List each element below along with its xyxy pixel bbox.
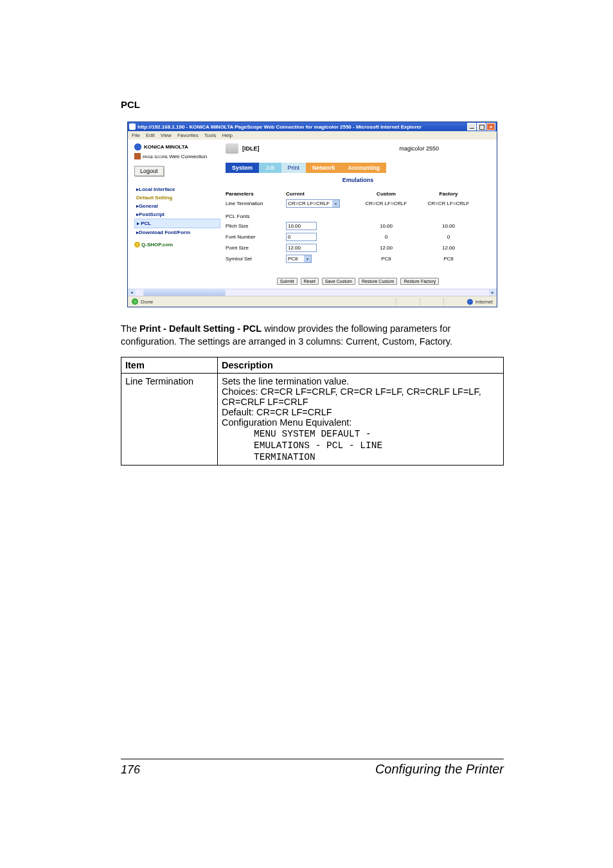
scroll-thumb[interactable] xyxy=(143,289,226,296)
row-font-number: Font Number 0 0 xyxy=(226,232,490,242)
internet-icon xyxy=(467,299,473,305)
label-font-num: Font Number xyxy=(226,234,286,240)
th-item: Item xyxy=(121,357,218,374)
nav-general[interactable]: ▸General xyxy=(134,202,220,210)
globe-icon xyxy=(134,143,141,150)
menu-file[interactable]: File xyxy=(132,132,140,138)
nav-default-setting[interactable]: Default Setting xyxy=(134,194,220,202)
label-symset: Symbol Set xyxy=(226,256,286,262)
col-custom: Custom xyxy=(353,191,420,197)
row-pitch-size: Pitch Size 10.00 10.00 xyxy=(226,221,490,231)
point-factory: 12.00 xyxy=(420,245,477,251)
menu-help[interactable]: Help xyxy=(222,132,232,138)
description-table: Item Description Line Termination Sets t… xyxy=(121,357,504,466)
scroll-left-icon[interactable]: ◂ xyxy=(128,289,136,296)
close-button[interactable]: × xyxy=(486,123,495,131)
brand-logo: KONICA MINOLTA xyxy=(134,143,220,150)
nav-pcl[interactable]: ▸ PCL xyxy=(134,219,220,228)
row-point-size: Point Size 12.00 12.00 xyxy=(226,243,490,253)
reset-button[interactable]: Reset xyxy=(301,278,319,285)
page-number: 176 xyxy=(121,763,140,777)
col-parameters: Parameters xyxy=(226,191,286,197)
device-name: magicolor 2550 xyxy=(399,145,439,152)
nav-local-interface[interactable]: ▸Local Interface xyxy=(134,185,220,194)
submit-button[interactable]: Submit xyxy=(277,278,298,285)
td-description: Sets the line termination value. Choices… xyxy=(218,374,504,466)
tab-print[interactable]: Print xyxy=(281,163,306,173)
footer-title: Configuring the Printer xyxy=(375,762,504,777)
menu-tools[interactable]: Tools xyxy=(204,132,217,138)
status-ok-icon xyxy=(132,298,138,305)
label-pitch: Pitch Size xyxy=(226,223,286,229)
menu-edit[interactable]: Edit xyxy=(146,132,155,138)
menubar: File Edit View Favorites Tools Help xyxy=(128,131,497,140)
row-symbol-set: Symbol Set ▾ PC8 PC8 xyxy=(226,254,490,264)
section-heading: PCL xyxy=(121,99,504,110)
status-internet: Internet xyxy=(475,299,493,305)
col-factory: Factory xyxy=(420,191,477,197)
status-done: Done xyxy=(141,299,153,305)
line-term-factory: CR=CR LF=CRLF xyxy=(420,201,477,206)
nav-download-font-form[interactable]: ▸Download Font/Form xyxy=(134,228,220,237)
th-description: Description xyxy=(218,357,504,374)
pitch-input[interactable] xyxy=(286,222,317,230)
status-idle: [IDLE] xyxy=(242,145,260,152)
qshop-icon xyxy=(134,242,140,248)
subbrand: PAGE SCOPE Web Connection xyxy=(134,153,220,159)
col-current: Current xyxy=(286,191,353,197)
browser-screenshot: http://192.168.1.190 - KONICA MINOLTA Pa… xyxy=(127,122,497,307)
scroll-right-icon[interactable]: ▸ xyxy=(489,289,497,296)
symset-custom: PC8 xyxy=(353,256,420,262)
nav-postscript[interactable]: ▸PostScript xyxy=(134,210,220,219)
line-term-custom: CR=CR LF=CRLF xyxy=(353,201,420,206)
qshop-link[interactable]: Q-SHOP.com xyxy=(134,242,220,248)
font-number-input[interactable] xyxy=(286,233,317,241)
fontnum-factory: 0 xyxy=(420,234,477,240)
pitch-factory: 10.00 xyxy=(420,223,477,229)
logout-button[interactable]: Logout xyxy=(134,166,164,176)
tab-accounting[interactable]: Accounting xyxy=(342,163,387,173)
chevron-down-icon[interactable]: ▾ xyxy=(332,200,339,207)
statusbar: Done Internet xyxy=(128,296,497,307)
titlebar: http://192.168.1.190 - KONICA MINOLTA Pa… xyxy=(128,122,497,131)
tab-job[interactable]: Job xyxy=(259,163,281,173)
tabbar: System Job Print Network Accounting xyxy=(226,163,490,173)
symset-factory: PC8 xyxy=(420,256,477,262)
printer-icon xyxy=(226,143,238,154)
tab-network[interactable]: Network xyxy=(306,163,342,173)
restore-custom-button[interactable]: Restore Custom xyxy=(359,278,398,285)
point-size-input[interactable] xyxy=(286,244,317,252)
fontnum-custom: 0 xyxy=(353,234,420,240)
pagescope-icon xyxy=(134,153,141,159)
ie-icon xyxy=(129,123,136,130)
td-item: Line Termination xyxy=(121,374,218,466)
horizontal-scrollbar[interactable]: ◂ ▸ xyxy=(128,289,497,296)
row-line-termination: Line Termination ▾ CR=CR LF=CRLF CR=CR L… xyxy=(226,199,490,208)
chevron-down-icon[interactable]: ▾ xyxy=(304,255,311,262)
pitch-custom: 10.00 xyxy=(353,223,420,229)
pcl-fonts-subheader: PCL Fonts xyxy=(226,213,490,219)
explanation-paragraph: The Print - Default Setting - PCL window… xyxy=(121,323,504,348)
panel-title: Emulations xyxy=(226,177,490,183)
menu-favorites[interactable]: Favorites xyxy=(177,132,199,138)
maximize-button[interactable] xyxy=(477,123,486,131)
menu-view[interactable]: View xyxy=(161,132,172,138)
tab-system[interactable]: System xyxy=(226,163,259,173)
save-custom-button[interactable]: Save Custom xyxy=(322,278,355,285)
table-row: Line Termination Sets the line terminati… xyxy=(121,374,504,466)
page-footer: 176 Configuring the Printer xyxy=(121,759,504,777)
label-point: Point Size xyxy=(226,245,286,251)
point-custom: 12.00 xyxy=(353,245,420,251)
restore-factory-button[interactable]: Restore Factory xyxy=(400,278,439,285)
window-title: http://192.168.1.190 - KONICA MINOLTA Pa… xyxy=(138,124,422,130)
minimize-button[interactable] xyxy=(467,123,476,131)
label-line-termination: Line Termination xyxy=(226,201,286,206)
